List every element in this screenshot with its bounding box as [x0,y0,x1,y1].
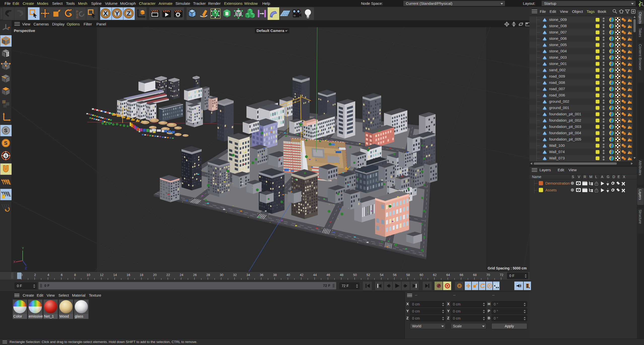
svg-text:Y: Y [22,247,24,250]
svg-text:S: S [4,128,7,133]
svg-text:X: X [103,10,108,17]
svg-text:X: X [13,260,15,264]
svg-text:Y: Y [115,10,119,17]
svg-text:S: S [4,140,7,146]
svg-text:Z: Z [127,10,131,17]
svg-text:P: P [488,285,490,288]
svg-text:Z: Z [25,266,27,270]
svg-text:R: R [76,16,79,19]
svg-text:S: S [5,154,7,158]
